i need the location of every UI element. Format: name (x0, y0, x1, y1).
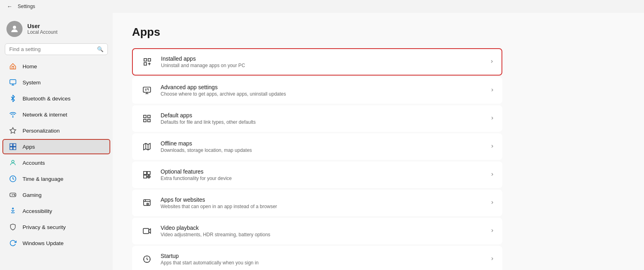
chevron-right-icon (490, 172, 495, 178)
settings-item-optional-features[interactable]: Optional featuresExtra functionality for… (132, 162, 502, 188)
svg-rect-6 (13, 147, 16, 150)
sidebar-item-privacy[interactable]: Privacy & security (2, 219, 110, 235)
svg-rect-1 (10, 80, 16, 84)
update-icon (9, 239, 17, 247)
svg-point-2 (12, 117, 13, 117)
settings-item-installed-apps[interactable]: Installed appsUninstall and manage apps … (132, 48, 502, 76)
default-apps-title: Default apps (161, 112, 483, 119)
apps-for-websites-title: Apps for websites (161, 196, 483, 203)
chevron-right-icon (490, 88, 495, 94)
sidebar-item-bluetooth-label: Bluetooth & devices (23, 96, 70, 102)
sidebar-item-personalization[interactable]: Personalization (2, 123, 110, 138)
search-box[interactable]: 🔍 (5, 43, 108, 55)
accounts-icon (9, 159, 17, 167)
home-icon (9, 62, 17, 70)
user-name: User (27, 23, 58, 29)
privacy-icon (9, 223, 17, 231)
svg-rect-22 (148, 119, 150, 122)
startup-description: Apps that start automatically when you s… (161, 260, 483, 266)
settings-item-offline-maps[interactable]: Offline mapsDownloads, storage location,… (132, 133, 502, 160)
optional-features-description: Extra functionality for your device (161, 176, 483, 181)
video-playback-description: Video adjustments, HDR streaming, batter… (161, 232, 483, 237)
svg-point-14 (12, 208, 14, 209)
default-apps-text: Default appsDefaults for file and link t… (161, 112, 483, 125)
svg-rect-19 (144, 115, 146, 118)
video-playback-text: Video playbackVideo adjustments, HDR str… (161, 225, 483, 237)
startup-title: Startup (161, 253, 483, 259)
installed-apps-description: Uninstall and manage apps on your PC (161, 63, 483, 68)
sidebar-item-home[interactable]: Home (2, 59, 110, 74)
startup-text: StartupApps that start automatically whe… (161, 253, 483, 266)
sidebar-item-apps[interactable]: Apps (2, 139, 110, 154)
chevron-right-icon (490, 144, 495, 150)
svg-rect-3 (10, 144, 13, 147)
sidebar-item-time[interactable]: Time & language (2, 171, 110, 186)
offline-maps-title: Offline maps (161, 140, 483, 147)
settings-item-default-apps[interactable]: Default appsDefaults for file and link t… (132, 105, 502, 132)
system-icon (9, 78, 17, 86)
advanced-app-settings-title: Advanced app settings (161, 84, 483, 90)
svg-point-0 (13, 26, 16, 29)
installed-apps-text: Installed appsUninstall and manage apps … (161, 55, 483, 68)
svg-marker-23 (144, 143, 151, 150)
advanced-app-settings-icon (140, 83, 154, 98)
settings-item-startup[interactable]: StartupApps that start automatically whe… (132, 246, 502, 270)
chevron-right-icon (490, 116, 495, 122)
sidebar-item-privacy-label: Privacy & security (23, 224, 66, 230)
svg-point-13 (14, 195, 15, 196)
svg-rect-17 (144, 63, 147, 65)
svg-rect-33 (143, 229, 149, 234)
chevron-right-icon (490, 228, 495, 234)
content-area: Apps Installed appsUninstall and manage … (113, 13, 644, 270)
optional-features-title: Optional features (161, 168, 483, 175)
sidebar: User Local Account 🔍 Home System (0, 13, 113, 270)
apps-for-websites-text: Apps for websitesWebsites that can open … (161, 196, 483, 209)
svg-rect-21 (144, 119, 146, 122)
search-icon: 🔍 (97, 46, 103, 52)
apps-icon (9, 143, 17, 151)
settings-item-apps-for-websites[interactable]: Apps for websitesWebsites that can open … (132, 190, 502, 216)
svg-rect-5 (10, 147, 13, 150)
back-button[interactable]: ← (5, 2, 14, 11)
search-input[interactable] (9, 46, 94, 52)
user-section: User Local Account (0, 16, 113, 43)
sidebar-item-accounts[interactable]: Accounts (2, 155, 110, 170)
default-apps-description: Defaults for file and link types, other … (161, 119, 483, 125)
user-info: User Local Account (27, 23, 58, 35)
sidebar-item-network-label: Network & internet (23, 112, 67, 118)
user-account-type: Local Account (27, 29, 58, 35)
sidebar-item-apps-label: Apps (23, 144, 35, 150)
title-bar: ← Settings (0, 0, 644, 13)
sidebar-item-system[interactable]: System (2, 75, 110, 90)
sidebar-item-update-label: Windows Update (23, 240, 64, 246)
avatar (6, 21, 23, 37)
chevron-right-icon (490, 200, 495, 206)
settings-item-advanced-app-settings[interactable]: Advanced app settingsChoose where to get… (132, 77, 502, 104)
optional-features-icon (140, 168, 154, 182)
bluetooth-icon (9, 94, 17, 102)
advanced-app-settings-text: Advanced app settingsChoose where to get… (161, 84, 483, 97)
svg-rect-20 (148, 115, 150, 118)
sidebar-item-network[interactable]: Network & internet (2, 107, 110, 122)
default-apps-icon (140, 111, 154, 126)
settings-list: Installed appsUninstall and manage apps … (132, 48, 502, 270)
svg-rect-15 (144, 59, 147, 61)
sidebar-item-accessibility-label: Accessibility (23, 208, 52, 214)
svg-rect-28 (144, 175, 147, 178)
sidebar-item-bluetooth[interactable]: Bluetooth & devices (2, 91, 110, 106)
offline-maps-text: Offline mapsDownloads, storage location,… (161, 140, 483, 153)
sidebar-item-update[interactable]: Windows Update (2, 235, 110, 251)
svg-rect-16 (148, 59, 151, 61)
nav-items: Home System Bluetooth & devices Network … (0, 58, 113, 251)
svg-rect-27 (147, 172, 150, 174)
chevron-right-icon (490, 256, 495, 262)
title-bar-text: Settings (18, 4, 35, 9)
sidebar-item-time-label: Time & language (23, 176, 64, 182)
accessibility-icon (9, 207, 17, 215)
video-playback-title: Video playback (161, 225, 483, 231)
apps-for-websites-icon (140, 196, 154, 210)
settings-item-video-playback[interactable]: Video playbackVideo adjustments, HDR str… (132, 218, 502, 244)
sidebar-item-gaming[interactable]: Gaming (2, 187, 110, 202)
svg-rect-18 (143, 87, 151, 92)
sidebar-item-accessibility[interactable]: Accessibility (2, 203, 110, 219)
